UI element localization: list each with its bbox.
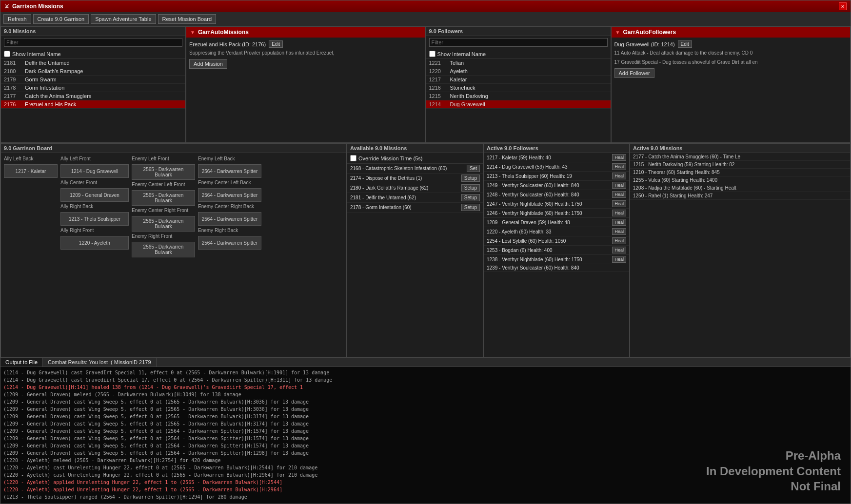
override-time-label: Override Mission Time (5s) [358, 155, 422, 161]
follower-item-1215[interactable]: 1215 Nerith Darkwing [426, 92, 611, 100]
missions-panel: 9.0 Missions Show Internal Name 2181 Del… [0, 26, 186, 143]
log-line: (1213 - Thela Soulsipper) ranged (2564 -… [3, 493, 848, 501]
add-follower-button[interactable]: Add Follower [614, 68, 654, 78]
ally-left-front-slot[interactable]: 1214 - Dug Gravewell [60, 164, 129, 178]
avail-mission-2180[interactable]: 2180 - Dark Goliath's Rampage (62) Setup [347, 183, 483, 193]
heal-button-1214[interactable]: Heal [612, 163, 626, 170]
main-window: ⚔ Garrison Missions ✕ Refresh Create 9.0… [0, 0, 851, 504]
spawn-table-button[interactable]: Spawn Adventure Table [91, 14, 156, 24]
show-internal-label: Show Internal Name [12, 51, 61, 57]
set-mission-button[interactable]: Set [467, 165, 480, 172]
ally-left-column: Ally Left Back 1217 - Kaletar [4, 156, 58, 351]
edit-follower-button[interactable]: Edit [678, 40, 692, 48]
active-follower-name: 1209 - General Draven (59) Health: 48 [487, 220, 610, 225]
edit-mission-button[interactable]: Edit [269, 40, 283, 48]
mission-item-2180[interactable]: 2180 Dark Goliath's Rampage [1, 67, 185, 76]
heal-button-1238[interactable]: Heal [612, 256, 626, 263]
active-follower-name: 1217 - Kaletar (59) Health: 40 [487, 155, 610, 160]
heal-button-1254[interactable]: Heal [612, 237, 626, 244]
enemy-right-front-slot[interactable]: 2565 - Darkwarren Bulwark [132, 242, 195, 257]
heal-button-1247[interactable]: Heal [612, 200, 626, 207]
reset-board-button[interactable]: Reset Mission Board [158, 14, 217, 24]
show-internal-followers-label: Show Internal Name [437, 51, 486, 57]
setup-mission-button-4[interactable]: Setup [461, 204, 480, 211]
heal-button-1217[interactable]: Heal [612, 154, 626, 161]
follower-item-1217[interactable]: 1217 Kaletar [426, 76, 611, 84]
follower-name: Nerith Darkwing [450, 93, 488, 99]
refresh-button[interactable]: Refresh [3, 14, 31, 24]
add-mission-button[interactable]: Add Mission [189, 59, 227, 69]
avail-mission-2168[interactable]: 2168 - Catastrophic Skeleton Infestation… [347, 164, 483, 174]
setup-mission-button-3[interactable]: Setup [461, 194, 480, 201]
setup-mission-button[interactable]: Setup [461, 174, 480, 182]
override-time-checkbox[interactable] [350, 155, 356, 161]
setup-mission-button-2[interactable]: Setup [461, 184, 480, 192]
mission-id: 2181 [4, 60, 21, 66]
mission-item-2178[interactable]: 2178 Gorm Infestation [1, 84, 185, 92]
output-content: (1214 - Dug Gravewell) cast GravedIrt Sp… [0, 367, 851, 501]
show-internal-checkbox[interactable] [4, 51, 10, 57]
log-line: (1220 - Ayeleth) meleed (2565 - Darkwarr… [3, 457, 848, 464]
output-file-tab[interactable]: Output to File [0, 358, 43, 367]
active-mission-1215: 1215 - Nerith Darkwing (59) Starting Hea… [630, 161, 850, 169]
active-follower-1214: 1214 - Dug Gravewell (59) Health: 43 Hea… [484, 162, 629, 172]
active-follower-name: 1220 - Ayeleth (60) Health: 33 [487, 229, 610, 234]
title-bar: ⚔ Garrison Missions ✕ [0, 0, 851, 12]
follower-item-1220[interactable]: 1220 Ayeleth [426, 67, 611, 76]
show-internal-followers-checkbox[interactable] [429, 51, 435, 57]
mission-item-2181[interactable]: 2181 Delfir the Untamed [1, 59, 185, 67]
avail-mission-text: 2168 - Catastrophic Skeleton Infestation… [350, 166, 465, 171]
active-followers-header: Active 9.0 Followers [484, 144, 629, 153]
enemy-left-back-slot[interactable]: 2564 - Darkwarren Spitter [198, 164, 261, 178]
missions-filter-input[interactable] [4, 38, 182, 47]
active-mission-2177: 2177 - Catch the Anima Smugglers (60) - … [630, 153, 850, 161]
follower-id: 1217 [429, 77, 446, 82]
log-line: (1209 - General Draven) cast Wing Sweep … [3, 406, 848, 413]
active-followers-panel: Active 9.0 Followers 1217 - Kaletar (59)… [483, 143, 630, 357]
heal-button-1209[interactable]: Heal [612, 219, 626, 226]
enemy-center-right-back-slot[interactable]: 2564 - Darkwarren Spitter [198, 212, 261, 226]
enemy-center-right-slot[interactable]: 2565 - Darkwarren Bulwark [132, 216, 195, 232]
enemy-center-left-back-slot[interactable]: 2564 - Darkwarren Spitter [198, 188, 261, 202]
avail-mission-2178[interactable]: 2178 - Gorm Infestation (60) Setup [347, 203, 483, 213]
active-missions-header: Active 9.0 Missions [630, 144, 850, 153]
avail-mission-2174[interactable]: 2174 - Dispose of the Detritus (1) Setup [347, 174, 483, 183]
output-section: Output to File Combat Results: You lost … [0, 357, 851, 504]
active-follower-name: 1214 - Dug Gravewell (59) Health: 43 [487, 164, 610, 170]
active-missions-list: 2177 - Catch the Anima Smugglers (60) - … [630, 153, 850, 357]
ally-left-back-slot[interactable]: 1217 - Kaletar [4, 164, 58, 178]
avail-mission-2181[interactable]: 2181 - Delfir the Untamed (62) Setup [347, 193, 483, 203]
follower-item-1214[interactable]: 1214 Dug Gravewell [426, 100, 611, 109]
mission-item-2177[interactable]: 2177 Catch the Anima Smugglers [1, 92, 185, 100]
ally-left-back-label: Ally Left Back [4, 156, 58, 161]
enemy-left-front-slot[interactable]: 2565 - Darkwarren Bulwark [132, 164, 195, 180]
mission-name: Gorm Swarm [25, 77, 57, 82]
active-follower-1213: 1213 - Thela Soulsipper (60) Health: 19 … [484, 172, 629, 181]
heal-button-1246[interactable]: Heal [612, 210, 626, 216]
enemy-center-left-slot[interactable]: 2565 - Darkwarren Bulwark [132, 190, 195, 206]
ally-center-front-label: Ally Center Front [60, 180, 129, 185]
close-button[interactable]: ✕ [839, 2, 847, 10]
heal-button-1213[interactable]: Heal [612, 173, 626, 179]
heal-button-1249[interactable]: Heal [612, 182, 626, 189]
active-follower-1220: 1220 - Ayeleth (60) Health: 33 Heal [484, 227, 629, 236]
missions-filter-row [1, 36, 185, 49]
ally-right-front-slot[interactable]: 1220 - Ayeleth [60, 236, 129, 250]
enemy-right-back-slot[interactable]: 2564 - Darkwarren Spitter [198, 236, 261, 250]
mission-item-2179[interactable]: 2179 Gorm Swarm [1, 76, 185, 84]
heal-button-1220[interactable]: Heal [612, 228, 626, 235]
follower-item-1216[interactable]: 1216 Stonehuck [426, 84, 611, 92]
ally-center-front-slot[interactable]: 1209 - General Draven [60, 188, 129, 202]
active-follower-1248: 1248 - Venthyr Soulcaster (60) Health: 8… [484, 190, 629, 199]
heal-button-1253[interactable]: Heal [612, 247, 626, 253]
ally-right-back-slot[interactable]: 1213 - Thela Soulsipper [60, 212, 129, 226]
mission-item-2176[interactable]: 2176 Erezuel and His Pack [1, 100, 185, 109]
log-line: (1214 - Dug Gravewell) cast GravedIrt Sp… [3, 369, 848, 376]
followers-filter-input[interactable] [429, 38, 608, 47]
window-title: Garrison Missions [12, 3, 63, 10]
follower-item-1221[interactable]: 1221 Telian [426, 59, 611, 67]
create-garrison-button[interactable]: Create 9.0 Garrison [33, 14, 89, 24]
combat-results-tab[interactable]: Combat Results: You lost :( MissionID 21… [43, 358, 157, 367]
heal-button-1248[interactable]: Heal [612, 191, 626, 198]
bottom-section: 9.0 Garrison Board Ally Left Back 1217 -… [0, 143, 851, 357]
